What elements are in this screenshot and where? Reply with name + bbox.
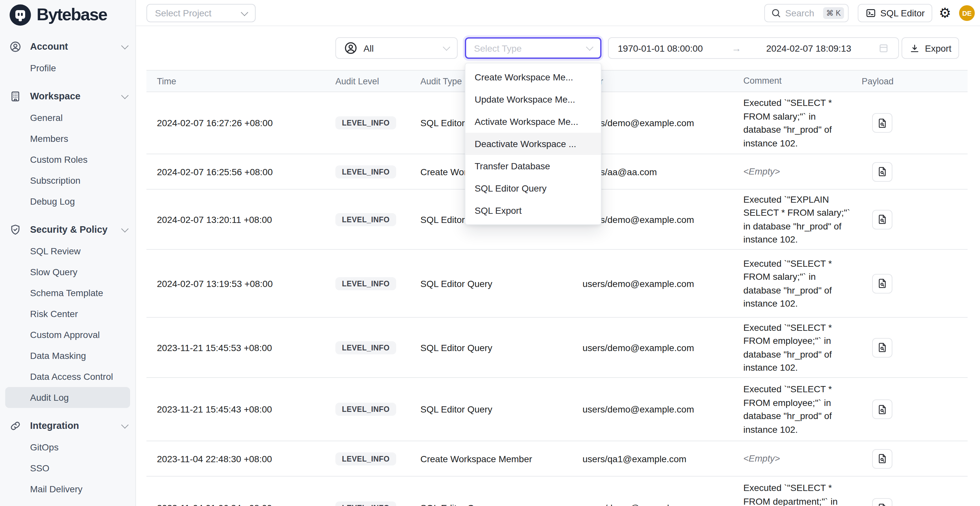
view-payload-button[interactable] bbox=[872, 113, 892, 133]
type-filter-select[interactable]: Select Type bbox=[465, 37, 601, 59]
avatar[interactable]: DE bbox=[959, 5, 975, 21]
sql-editor-button[interactable]: SQL Editor bbox=[858, 4, 932, 22]
search-input[interactable]: Search ⌘ K bbox=[764, 4, 849, 22]
cell-audit-type: SQL Editor Query bbox=[420, 342, 582, 353]
sidebar-item-data-access-control[interactable]: Data Access Control bbox=[0, 366, 135, 387]
dropdown-item-deactivate-workspace-member[interactable]: Deactivate Workspace ... bbox=[466, 133, 601, 155]
cell-payload bbox=[862, 113, 967, 133]
sidebar-section-account[interactable]: Account bbox=[0, 35, 135, 57]
dropdown-item-create-workspace-member[interactable]: Create Workspace Me... bbox=[466, 66, 601, 88]
sidebar-item-subscription[interactable]: Subscription bbox=[0, 170, 135, 191]
cell-actor: users/demo@example.com bbox=[582, 404, 743, 414]
cell-payload bbox=[862, 162, 967, 181]
cell-audit-level: LEVEL_INFO bbox=[336, 452, 420, 465]
topbar: Select Project Search ⌘ K SQL Editor ⚙ D… bbox=[136, 0, 980, 26]
table-row: 2023-11-04 01:06:34 +08:00 LEVEL_INFO SQ… bbox=[146, 477, 967, 506]
section-label: Account bbox=[30, 41, 122, 52]
column-header-payload: Payload bbox=[862, 76, 967, 86]
column-header-comment: Comment bbox=[743, 75, 862, 88]
cell-time: 2023-11-04 01:06:34 +08:00 bbox=[146, 503, 336, 506]
dropdown-item-activate-workspace-member[interactable]: Activate Workspace Me... bbox=[466, 110, 601, 133]
level-badge: LEVEL_INFO bbox=[336, 213, 396, 226]
cell-actor: users/demo@example.com bbox=[582, 118, 743, 128]
sidebar-item-profile[interactable]: Profile bbox=[0, 57, 135, 78]
cell-time: 2023-11-04 22:48:30 +08:00 bbox=[146, 453, 336, 464]
section-label: Workspace bbox=[30, 91, 122, 101]
cell-actor: users/demo@example.com bbox=[582, 503, 743, 506]
search-shortcut-badge: ⌘ K bbox=[823, 7, 844, 19]
cell-time: 2023-11-21 15:45:43 +08:00 bbox=[146, 404, 336, 414]
cell-audit-level: LEVEL_INFO bbox=[336, 403, 420, 416]
view-payload-button[interactable] bbox=[872, 338, 892, 357]
dropdown-item-sql-export[interactable]: SQL Export bbox=[466, 199, 601, 222]
view-payload-button[interactable] bbox=[872, 498, 892, 506]
export-button[interactable]: Export bbox=[902, 37, 959, 59]
cell-audit-type: SQL Editor Query bbox=[420, 404, 582, 414]
cell-audit-level: LEVEL_INFO bbox=[336, 116, 420, 129]
view-payload-button[interactable] bbox=[872, 162, 892, 181]
view-payload-button[interactable] bbox=[872, 274, 892, 293]
building-icon bbox=[9, 90, 22, 102]
cell-comment: Executed `"SELECT * FROM employee;"` in … bbox=[743, 321, 862, 374]
cell-audit-type: SQL Editor Query bbox=[420, 278, 582, 289]
view-payload-button[interactable] bbox=[872, 449, 892, 468]
user-circle-icon bbox=[344, 41, 358, 55]
cell-comment: Executed `"SELECT * FROM salary;"` in da… bbox=[743, 256, 862, 310]
brand[interactable]: Bytebase bbox=[0, 0, 135, 27]
level-badge: LEVEL_INFO bbox=[336, 341, 396, 354]
arrow-right-icon: → bbox=[732, 43, 741, 54]
sidebar-section-integration[interactable]: Integration bbox=[0, 414, 135, 437]
export-label: Export bbox=[925, 43, 951, 53]
sidebar-item-mail-delivery[interactable]: Mail Delivery bbox=[0, 479, 135, 500]
sidebar-item-schema-template[interactable]: Schema Template bbox=[0, 282, 135, 303]
table-row: 2023-11-04 22:48:30 +08:00 LEVEL_INFO Cr… bbox=[146, 441, 967, 477]
sidebar-item-sso[interactable]: SSO bbox=[0, 458, 135, 479]
sidebar-item-data-masking[interactable]: Data Masking bbox=[0, 345, 135, 366]
sidebar-item-slow-query[interactable]: Slow Query bbox=[0, 261, 135, 282]
level-badge: LEVEL_INFO bbox=[336, 116, 396, 129]
dropdown-item-transfer-database[interactable]: Transfer Database bbox=[466, 155, 601, 177]
calendar-icon bbox=[878, 43, 889, 54]
chevron-down-icon bbox=[121, 421, 129, 428]
sidebar-item-sql-review[interactable]: SQL Review bbox=[0, 240, 135, 261]
cell-payload bbox=[862, 399, 967, 419]
actor-filter-select[interactable]: All bbox=[336, 37, 458, 59]
terminal-icon bbox=[865, 8, 876, 18]
sidebar-item-audit-log[interactable]: Audit Log bbox=[5, 387, 130, 408]
link-icon bbox=[9, 419, 22, 432]
sidebar-item-custom-roles[interactable]: Custom Roles bbox=[0, 149, 135, 170]
sidebar-item-debug-log[interactable]: Debug Log bbox=[0, 191, 135, 212]
date-from-value: 1970-01-01 08:00:00 bbox=[618, 43, 703, 53]
sidebar-item-gitops[interactable]: GitOps bbox=[0, 437, 135, 458]
cell-payload bbox=[862, 498, 967, 506]
dropdown-item-sql-editor-query[interactable]: SQL Editor Query bbox=[466, 177, 601, 199]
date-range-picker[interactable]: 1970-01-01 08:00:00 → 2024-02-07 18:09:1… bbox=[608, 37, 899, 59]
cell-comment: Executed `"SELECT * FROM employee;"` in … bbox=[743, 382, 862, 436]
view-payload-button[interactable] bbox=[872, 210, 892, 229]
sidebar-item-custom-approval[interactable]: Custom Approval bbox=[0, 324, 135, 345]
sidebar-item-general[interactable]: General bbox=[0, 107, 135, 128]
cell-payload bbox=[862, 274, 967, 293]
view-payload-button[interactable] bbox=[872, 399, 892, 419]
dropdown-item-update-workspace-member[interactable]: Update Workspace Me... bbox=[466, 88, 601, 110]
project-select[interactable]: Select Project bbox=[146, 4, 256, 22]
cell-time: 2024-02-07 16:25:56 +08:00 bbox=[146, 166, 336, 177]
sidebar-item-members[interactable]: Members bbox=[0, 128, 135, 149]
sidebar-item-risk-center[interactable]: Risk Center bbox=[0, 303, 135, 324]
sidebar-section-workspace[interactable]: Workspace bbox=[0, 85, 135, 107]
column-header-actor: Actor bbox=[582, 76, 743, 86]
cell-comment: Executed `"SELECT * FROM salary;"` in da… bbox=[743, 96, 862, 150]
brand-name: Bytebase bbox=[37, 5, 107, 25]
level-badge: LEVEL_INFO bbox=[336, 452, 396, 465]
cell-audit-level: LEVEL_INFO bbox=[336, 501, 420, 506]
main-content: Select Project Search ⌘ K SQL Editor ⚙ D… bbox=[136, 0, 980, 506]
chevron-down-icon bbox=[443, 43, 450, 51]
cell-time: 2024-02-07 13:20:11 +08:00 bbox=[146, 214, 336, 224]
cell-actor: users/demo@example.com bbox=[582, 214, 743, 224]
sidebar-section-security-policy[interactable]: Security & Policy bbox=[0, 218, 135, 240]
shield-check-icon bbox=[9, 223, 22, 235]
gear-icon[interactable]: ⚙ bbox=[939, 5, 951, 21]
user-circle-icon bbox=[9, 40, 22, 53]
project-select-placeholder: Select Project bbox=[155, 8, 242, 18]
table-row: 2024-02-07 13:19:53 +08:00 LEVEL_INFO SQ… bbox=[146, 250, 967, 318]
